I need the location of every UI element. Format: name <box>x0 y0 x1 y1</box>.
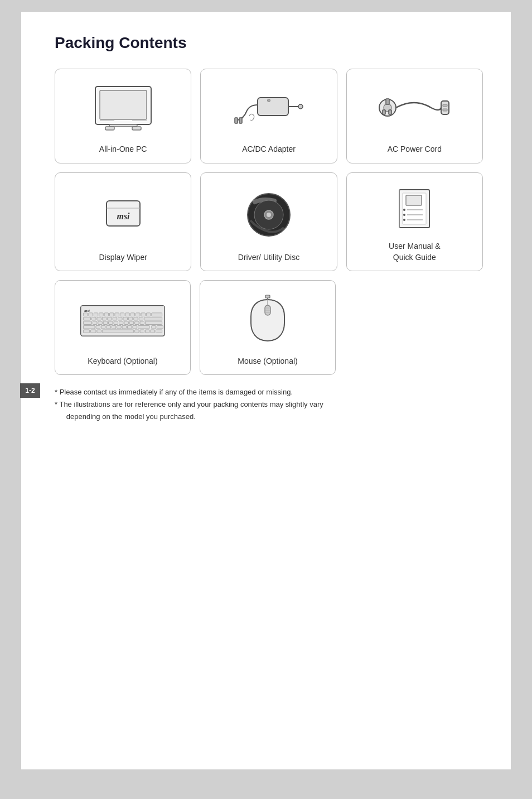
svg-rect-7 <box>258 98 288 115</box>
item-mouse: Mouse (Optional) <box>200 280 336 375</box>
svg-text:msi: msi <box>117 211 130 221</box>
adapter-label: AC/DC Adapter <box>242 144 296 155</box>
svg-rect-89 <box>91 330 96 333</box>
svg-rect-18 <box>441 101 449 114</box>
svg-rect-50 <box>136 313 141 316</box>
svg-rect-105 <box>265 295 270 298</box>
adapter-icon <box>207 80 330 137</box>
svg-rect-80 <box>101 326 105 329</box>
svg-rect-47 <box>120 313 124 316</box>
svg-rect-86 <box>133 326 137 329</box>
item-manual: User Manual &Quick Guide <box>346 172 483 271</box>
item-disc: Driver/ Utility Disc <box>200 172 337 271</box>
display-wiper-icon: msi <box>62 184 184 246</box>
svg-rect-3 <box>105 127 114 130</box>
svg-rect-4 <box>132 127 141 130</box>
svg-rect-60 <box>118 317 123 321</box>
svg-rect-51 <box>141 313 146 316</box>
svg-rect-92 <box>135 330 139 333</box>
svg-rect-52 <box>146 313 151 316</box>
svg-rect-10 <box>235 118 238 123</box>
mouse-icon <box>207 292 328 349</box>
svg-rect-88 <box>83 330 89 333</box>
items-row-2: msi Display Wiper <box>55 172 483 271</box>
page: 1-2 Packing Contents <box>21 11 511 770</box>
svg-rect-1 <box>100 90 147 119</box>
svg-rect-67 <box>93 321 97 325</box>
svg-rect-59 <box>113 317 117 321</box>
svg-rect-79 <box>96 326 100 329</box>
svg-rect-17 <box>389 110 391 114</box>
svg-rect-40 <box>83 313 88 316</box>
svg-rect-90 <box>97 330 101 333</box>
svg-point-32 <box>403 214 405 216</box>
svg-rect-61 <box>123 317 128 321</box>
svg-rect-70 <box>109 321 113 325</box>
svg-rect-69 <box>103 321 108 325</box>
svg-rect-11 <box>239 118 242 123</box>
page-number: 1-2 <box>20 383 40 398</box>
power-cord-label: AC Power Cord <box>388 144 442 155</box>
svg-rect-41 <box>89 313 93 316</box>
item-adapter: AC/DC Adapter <box>200 69 337 163</box>
svg-rect-85 <box>127 326 132 329</box>
svg-rect-43 <box>99 313 104 316</box>
svg-rect-84 <box>122 326 127 329</box>
svg-rect-98 <box>157 326 163 329</box>
svg-rect-81 <box>107 326 111 329</box>
svg-rect-94 <box>145 330 149 333</box>
svg-rect-73 <box>124 321 129 325</box>
display-wiper-label: Display Wiper <box>99 252 147 263</box>
manual-label: User Manual &Quick Guide <box>389 241 441 263</box>
items-row-3: msi <box>55 280 336 375</box>
svg-rect-20 <box>443 109 447 111</box>
notes-section: * Please contact us immediately if any o… <box>55 386 483 423</box>
svg-rect-54 <box>83 317 90 321</box>
svg-rect-44 <box>104 313 109 316</box>
disc-label: Driver/ Utility Disc <box>238 252 299 263</box>
svg-rect-76 <box>140 321 144 325</box>
svg-rect-65 <box>144 317 162 321</box>
svg-point-33 <box>403 219 405 221</box>
svg-rect-64 <box>139 317 143 321</box>
svg-rect-87 <box>138 326 149 329</box>
svg-rect-15 <box>386 99 389 104</box>
svg-rect-63 <box>134 317 138 321</box>
note-1: * Please contact us immediately if any o… <box>55 386 483 398</box>
svg-rect-75 <box>135 321 139 325</box>
svg-rect-96 <box>156 330 162 333</box>
svg-rect-48 <box>125 313 130 316</box>
note-2: * The illustrations are for reference on… <box>55 398 483 423</box>
manual-icon <box>354 184 476 234</box>
svg-rect-53 <box>152 313 162 316</box>
item-display-wiper: msi Display Wiper <box>55 172 191 271</box>
svg-rect-57 <box>102 317 107 321</box>
svg-point-12 <box>267 99 270 102</box>
svg-rect-42 <box>94 313 98 316</box>
svg-rect-30 <box>406 195 422 205</box>
aio-pc-label: All-in-One PC <box>99 144 147 155</box>
svg-rect-83 <box>117 326 122 329</box>
svg-point-9 <box>298 104 303 109</box>
svg-rect-77 <box>145 321 162 325</box>
svg-point-27 <box>267 213 271 217</box>
svg-rect-45 <box>109 313 114 316</box>
items-row-1: All-in-One PC <box>55 69 483 163</box>
svg-rect-93 <box>140 330 144 333</box>
svg-text:msi: msi <box>84 309 90 312</box>
svg-rect-16 <box>383 110 385 114</box>
svg-rect-78 <box>83 326 95 329</box>
aio-pc-icon <box>62 80 184 137</box>
disc-icon <box>207 184 330 246</box>
svg-rect-74 <box>129 321 134 325</box>
svg-rect-46 <box>115 313 119 316</box>
keyboard-icon: msi <box>62 292 183 349</box>
svg-rect-68 <box>98 321 103 325</box>
svg-rect-56 <box>97 317 101 321</box>
item-power-cord: AC Power Cord <box>346 69 483 163</box>
svg-rect-95 <box>151 330 155 333</box>
svg-rect-82 <box>112 326 116 329</box>
svg-rect-58 <box>108 317 112 321</box>
keyboard-label: Keyboard (Optional) <box>88 356 157 367</box>
svg-rect-55 <box>91 317 96 321</box>
